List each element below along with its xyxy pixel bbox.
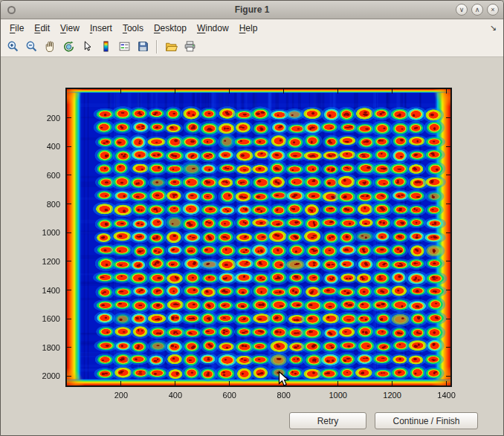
zoom-in-icon[interactable] — [4, 39, 21, 55]
x-tick — [120, 381, 121, 385]
x-tick-label: 600 — [223, 391, 236, 400]
x-tick-label: 1000 — [329, 391, 346, 400]
figure-window: Figure 1 ∨ ∧ × File Edit View Insert Too… — [0, 0, 504, 436]
x-tick-label: 400 — [169, 391, 182, 400]
x-tick-label: 200 — [114, 391, 128, 400]
x-tick — [446, 89, 447, 94]
x-tick — [229, 381, 230, 385]
window-controls: ∨ ∧ × — [456, 4, 499, 16]
x-tick — [120, 89, 121, 94]
plot-area: 2004006008001000120014002004006008001000… — [65, 88, 452, 387]
y-tick-label: 400 — [47, 142, 60, 151]
menu-file[interactable]: File — [4, 21, 29, 36]
y-tick — [446, 376, 450, 377]
y-tick-label: 800 — [47, 200, 60, 209]
x-tick-label: 1200 — [383, 391, 401, 400]
menu-view[interactable]: View — [55, 21, 85, 36]
y-tick — [67, 290, 71, 290]
heatmap-image[interactable] — [67, 89, 450, 385]
app-icon — [7, 6, 16, 14]
y-tick-label: 2000 — [42, 371, 60, 380]
x-tick — [175, 89, 175, 94]
zoom-out-icon[interactable] — [23, 39, 39, 55]
menu-tools[interactable]: Tools — [117, 21, 149, 36]
legend-icon[interactable] — [116, 39, 132, 55]
x-tick — [337, 381, 338, 385]
y-tick-label: 1800 — [42, 343, 60, 352]
menu-bar: File Edit View Insert Tools Desktop Wind… — [1, 19, 503, 36]
y-tick — [67, 175, 71, 175]
y-tick — [446, 347, 450, 348]
menu-window[interactable]: Window — [192, 21, 234, 36]
x-tick — [229, 89, 230, 94]
y-tick — [446, 290, 450, 290]
y-tick — [67, 204, 71, 204]
y-tick — [67, 347, 71, 348]
pan-icon[interactable] — [42, 39, 58, 55]
menu-overflow-icon[interactable]: ↘ — [490, 23, 497, 33]
y-tick — [67, 117, 71, 118]
x-tick — [392, 381, 392, 385]
y-tick — [67, 261, 71, 261]
data-cursor-icon[interactable] — [79, 39, 95, 55]
y-tick-label: 1400 — [42, 286, 60, 295]
y-tick — [446, 204, 450, 204]
y-tick — [446, 319, 450, 319]
toolbar-separator — [156, 40, 158, 53]
minimize-button[interactable]: ∨ — [456, 4, 468, 16]
y-tick — [446, 232, 450, 233]
open-folder-icon[interactable] — [163, 39, 179, 55]
toolbar — [1, 36, 503, 57]
colorbar-icon[interactable] — [97, 39, 114, 55]
y-tick-label: 200 — [47, 114, 60, 123]
y-tick — [446, 261, 450, 261]
y-tick-label: 1000 — [42, 228, 60, 237]
save-icon[interactable] — [135, 39, 151, 55]
close-button[interactable]: × — [487, 4, 499, 16]
x-tick — [283, 381, 284, 385]
print-icon[interactable] — [181, 39, 198, 55]
maximize-button[interactable]: ∧ — [471, 4, 483, 16]
x-tick-label: 1400 — [437, 391, 455, 400]
rotate-3d-icon[interactable] — [60, 39, 77, 55]
x-tick — [337, 89, 338, 94]
menu-edit[interactable]: Edit — [29, 21, 55, 36]
y-tick — [446, 146, 450, 147]
y-tick-label: 600 — [47, 171, 60, 180]
x-tick-label: 800 — [277, 391, 291, 400]
menu-insert[interactable]: Insert — [85, 21, 117, 36]
y-tick — [446, 175, 450, 175]
figure-canvas-area: 2004006008001000120014002004006008001000… — [1, 57, 503, 435]
y-tick — [67, 319, 71, 319]
y-tick — [67, 146, 71, 147]
x-tick — [283, 89, 284, 94]
y-tick — [67, 376, 71, 377]
y-tick — [67, 232, 71, 233]
y-tick — [446, 117, 450, 118]
x-tick — [175, 381, 175, 385]
continue-finish-button[interactable]: Continue / Finish — [375, 412, 478, 429]
retry-button[interactable]: Retry — [289, 412, 366, 429]
x-tick — [392, 89, 392, 94]
y-tick-label: 1600 — [42, 314, 60, 323]
window-title: Figure 1 — [1, 4, 503, 15]
x-tick — [446, 381, 447, 385]
y-tick-label: 1200 — [42, 257, 60, 266]
menu-desktop[interactable]: Desktop — [149, 21, 192, 36]
title-bar[interactable]: Figure 1 ∨ ∧ × — [1, 1, 503, 19]
menu-help[interactable]: Help — [234, 21, 263, 36]
